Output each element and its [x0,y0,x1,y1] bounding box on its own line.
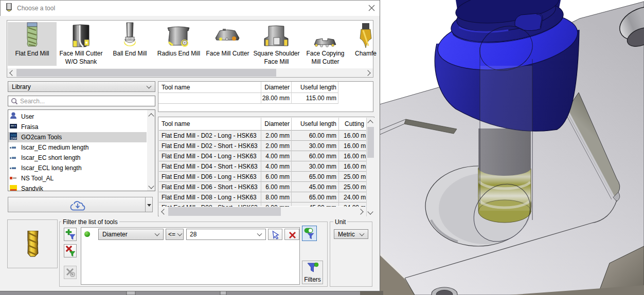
svg-text:CAM: CAM [11,137,16,140]
